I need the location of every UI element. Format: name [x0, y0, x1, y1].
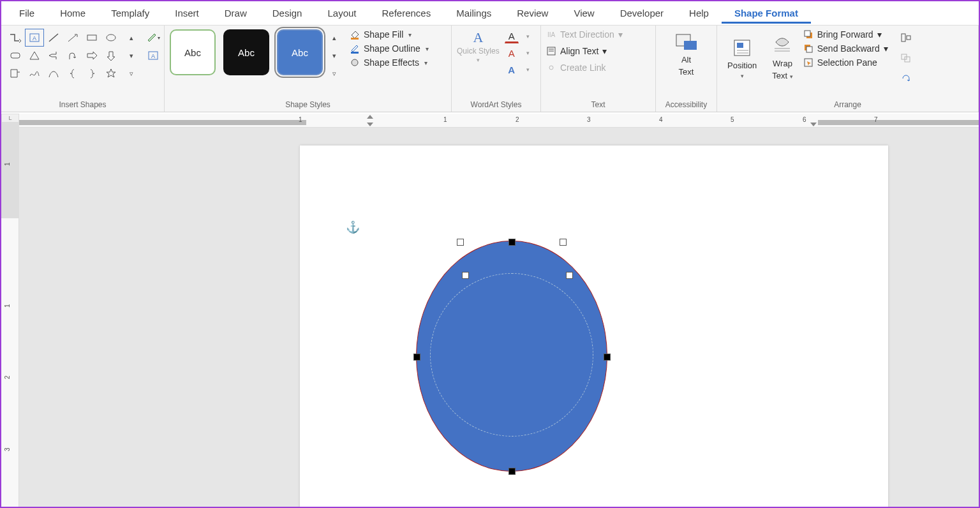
shape-uturn-arrow-icon[interactable] — [64, 47, 82, 64]
svg-text:IIA: IIA — [547, 31, 556, 38]
styles-scroll-down-icon[interactable]: ▾ — [325, 47, 343, 64]
svg-text:A: A — [151, 53, 155, 59]
group-accessibility: Alt Text Accessibility — [656, 26, 717, 112]
selection-pane-button[interactable]: Selection Pane — [803, 57, 888, 68]
alt-text-button[interactable]: Alt Text — [661, 29, 711, 79]
shape-right-brace-icon[interactable] — [83, 65, 101, 82]
svg-rect-19 — [737, 43, 743, 48]
svg-rect-6 — [11, 53, 20, 58]
styles-more-icon[interactable]: ▿ — [325, 65, 343, 82]
shape-flowchart-icon[interactable] — [6, 65, 24, 82]
tab-home[interactable]: Home — [47, 3, 98, 24]
ruler-corner: L — [1, 114, 19, 123]
svg-rect-9 — [351, 38, 359, 40]
align-text-button[interactable]: Align Text▾ — [546, 46, 650, 56]
oval-edit-outline — [430, 273, 593, 437]
svg-text:A: A — [33, 35, 36, 41]
quick-styles-label: Quick Styles — [457, 47, 500, 56]
shapes-scroll-up-icon[interactable]: ▴ — [122, 29, 140, 46]
selection-pane-icon — [803, 57, 813, 68]
shape-effects-button[interactable]: Shape Effects▾ — [350, 57, 429, 68]
shape-curve-icon[interactable] — [45, 65, 63, 82]
shape-outline-button[interactable]: Shape Outline▾ — [350, 43, 429, 54]
tab-layout[interactable]: Layout — [315, 3, 369, 24]
text-direction-button[interactable]: IIA Text Direction▾ — [546, 29, 650, 40]
tab-help[interactable]: Help — [676, 3, 722, 24]
shape-right-arrow-icon[interactable] — [83, 47, 101, 64]
group-shape-styles: Abc Abc Abc ▴ ▾ ▿ Shape Fill▾ Shape Outl… — [165, 26, 452, 112]
tab-shape-format[interactable]: Shape Format — [722, 3, 811, 24]
vertical-ruler[interactable]: 1 1 2 3 — [1, 123, 19, 507]
text-outline-dropdown-icon[interactable]: ▾ — [521, 46, 535, 60]
tab-design[interactable]: Design — [260, 3, 315, 24]
tab-review[interactable]: Review — [504, 3, 561, 24]
tab-draw[interactable]: Draw — [212, 3, 260, 24]
tab-references[interactable]: References — [369, 3, 444, 24]
style-preview-1[interactable]: Abc — [170, 29, 216, 75]
position-icon — [732, 38, 752, 58]
align-objects-button[interactable] — [897, 29, 915, 46]
alt-text-icon — [675, 32, 698, 52]
edit-handle-mid-left[interactable] — [462, 272, 469, 279]
shape-left-brace-icon[interactable] — [64, 65, 82, 82]
text-effects-dropdown-icon[interactable]: ▾ — [521, 63, 535, 77]
style-preview-2[interactable]: Abc — [223, 29, 269, 75]
group-wordart-styles: A Quick Styles ▾ A ▾ A ▾ A ▾ WordArt Sty… — [452, 26, 541, 112]
edit-handle-mid-right[interactable] — [566, 272, 573, 279]
edit-handle-top-left[interactable] — [457, 239, 464, 246]
text-effects-icon[interactable]: A — [505, 63, 519, 77]
shape-down-arrow-icon[interactable] — [102, 47, 120, 64]
shape-freeform-icon[interactable] — [26, 65, 43, 82]
tab-insert[interactable]: Insert — [162, 3, 212, 24]
shapes-more-icon[interactable]: ▿ — [122, 65, 140, 82]
bring-forward-button[interactable]: Bring Forward▾ — [803, 29, 888, 40]
create-link-button: Create Link — [546, 63, 650, 73]
document-workspace: L 1 1 2 3 4 5 6 7 1 1 2 3 ⚓ — [1, 114, 979, 507]
edit-vertex-top[interactable] — [509, 239, 516, 246]
style-preview-3[interactable]: Abc — [277, 29, 323, 75]
edit-vertex-bottom[interactable] — [509, 468, 516, 475]
shape-back-arrow-icon[interactable] — [45, 47, 63, 64]
svg-rect-10 — [351, 52, 359, 54]
shape-rectangle-icon[interactable] — [83, 29, 101, 46]
shape-outline-label: Shape Outline — [364, 43, 420, 54]
text-outline-icon[interactable]: A — [505, 46, 519, 60]
pencil-outline-icon — [350, 43, 360, 54]
shape-text-box-icon[interactable]: A — [26, 29, 43, 46]
styles-scroll-up-icon[interactable]: ▴ — [325, 29, 343, 46]
position-button[interactable]: Position ▾ — [722, 29, 762, 87]
horizontal-ruler[interactable]: 1 1 2 3 4 5 6 7 — [19, 114, 979, 128]
tab-developer[interactable]: Developer — [607, 3, 676, 24]
shape-oval-icon[interactable] — [102, 29, 120, 46]
edit-vertex-right[interactable] — [604, 354, 611, 361]
text-fill-dropdown-icon[interactable]: ▾ — [521, 29, 535, 43]
shapes-scroll-down-icon[interactable]: ▾ — [122, 47, 140, 64]
edit-vertex-left[interactable] — [413, 354, 420, 361]
rotate-objects-button[interactable] — [897, 70, 915, 87]
wrap-text-button[interactable]: Wrap Text ▾ — [767, 29, 798, 87]
text-fill-icon[interactable]: A — [505, 29, 519, 43]
group-objects-button[interactable] — [897, 50, 915, 66]
wordart-quick-styles-icon[interactable]: A — [473, 29, 483, 46]
send-backward-button[interactable]: Send Backward▾ — [803, 43, 888, 54]
svg-point-5 — [107, 34, 115, 41]
shape-fill-button[interactable]: Shape Fill▾ — [350, 29, 429, 40]
tab-templafy[interactable]: Templafy — [98, 3, 162, 24]
tab-view[interactable]: View — [561, 3, 607, 24]
ribbon-tabs: File Home Templafy Insert Draw Design La… — [1, 1, 979, 26]
shapes-gallery[interactable]: A — [6, 29, 120, 82]
edit-handle-top-right[interactable] — [560, 239, 567, 246]
shape-line-icon[interactable] — [45, 29, 63, 46]
shape-style-gallery[interactable]: Abc Abc Abc — [170, 29, 323, 75]
shape-arrow-line-icon[interactable] — [64, 29, 82, 46]
shape-rounded-rect-icon[interactable] — [6, 47, 24, 64]
send-backward-icon — [803, 43, 813, 54]
tab-mailings[interactable]: Mailings — [443, 3, 504, 24]
svg-rect-25 — [805, 31, 810, 36]
draw-text-box-button[interactable]: A — [144, 47, 162, 64]
edit-shape-button[interactable]: ▾ — [144, 29, 162, 46]
shape-triangle-icon[interactable] — [26, 47, 43, 64]
shape-star-icon[interactable] — [102, 65, 120, 82]
shape-elbow-connector-icon[interactable] — [6, 29, 24, 46]
tab-file[interactable]: File — [6, 3, 47, 24]
